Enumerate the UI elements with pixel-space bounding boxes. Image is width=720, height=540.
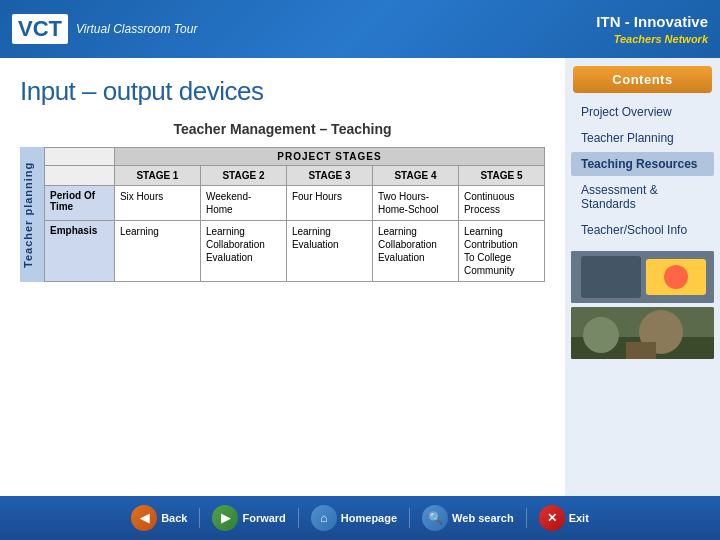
cell-emphasis-5: LearningContributionTo CollegeCommunity: [458, 221, 544, 282]
cell-period-5: ContinuousProcess: [458, 186, 544, 221]
stage-4-header: STAGE 4: [372, 166, 458, 186]
logo-area: VCT Virtual Classroom Tour: [12, 14, 197, 44]
forward-icon: ▶: [212, 505, 238, 531]
web-search-label: Web search: [452, 512, 514, 524]
exit-button[interactable]: ✕ Exit: [539, 505, 589, 531]
cell-period-4: Two Hours-Home-School: [372, 186, 458, 221]
sidebar-image-1: [571, 251, 714, 303]
sidebar-item-teaching-resources[interactable]: Teaching Resources: [571, 152, 714, 176]
row-emphasis: Emphasis Learning LearningCollaborationE…: [45, 221, 545, 282]
cell-period-2: Weekend-Home: [200, 186, 286, 221]
stage-2-header: STAGE 2: [200, 166, 286, 186]
homepage-button[interactable]: ⌂ Homepage: [311, 505, 397, 531]
stage-5-header: STAGE 5: [458, 166, 544, 186]
back-icon: ◀: [131, 505, 157, 531]
row-period: Period OfTime Six Hours Weekend-Home Fou…: [45, 186, 545, 221]
itn-logo: ITN - Innovative Teachers Network: [596, 11, 708, 47]
vct-logo: VCT: [12, 14, 68, 44]
cell-emphasis-1: Learning: [114, 221, 200, 282]
content-area: Input – output devices Teacher Managemen…: [0, 58, 565, 496]
web-search-button[interactable]: 🔍 Web search: [422, 505, 514, 531]
cell-emphasis-2: LearningCollaborationEvaluation: [200, 221, 286, 282]
cell-period-3: Four Hours: [286, 186, 372, 221]
stage-3-header: STAGE 3: [286, 166, 372, 186]
page-title: Input – output devices: [20, 76, 545, 107]
back-label: Back: [161, 512, 187, 524]
svg-rect-8: [626, 342, 656, 359]
header: VCT Virtual Classroom Tour ITN - Innovat…: [0, 0, 720, 58]
homepage-label: Homepage: [341, 512, 397, 524]
cell-period-1: Six Hours: [114, 186, 200, 221]
sidebar-item-assessment[interactable]: Assessment & Standards: [571, 178, 714, 216]
row-label-emphasis: Emphasis: [45, 221, 115, 282]
cell-emphasis-3: LearningEvaluation: [286, 221, 372, 282]
sidebar-item-project-overview[interactable]: Project Overview: [571, 100, 714, 124]
footer: ◀ Back ▶ Forward ⌂ Homepage 🔍 Web search…: [0, 496, 720, 540]
project-stages-table: PROJECT STAGES STAGE 1 STAGE 2 STAGE 3 S…: [44, 147, 545, 282]
cell-emphasis-4: LearningCollaborationEvaluation: [372, 221, 458, 282]
forward-label: Forward: [242, 512, 285, 524]
footer-sep-1: [199, 508, 200, 528]
contents-button[interactable]: Contents: [573, 66, 712, 93]
vertical-label: Teacher planning: [20, 147, 44, 282]
svg-point-6: [583, 317, 619, 353]
table-corner-2: [45, 166, 115, 186]
svg-point-3: [664, 265, 688, 289]
forward-button[interactable]: ▶ Forward: [212, 505, 285, 531]
web-search-icon: 🔍: [422, 505, 448, 531]
sidebar-item-teacher-planning[interactable]: Teacher Planning: [571, 126, 714, 150]
footer-sep-4: [526, 508, 527, 528]
table-wrapper: Teacher planning PROJECT STAGES STAGE 1 …: [20, 147, 545, 282]
project-stages-header: PROJECT STAGES: [114, 148, 544, 166]
sidebar-image-2: [571, 307, 714, 359]
back-button[interactable]: ◀ Back: [131, 505, 187, 531]
svg-rect-1: [581, 256, 641, 298]
footer-sep-2: [298, 508, 299, 528]
stage-1-header: STAGE 1: [114, 166, 200, 186]
sidebar-images: [565, 251, 720, 359]
vct-subtitle: Virtual Classroom Tour: [76, 22, 197, 36]
table-corner: [45, 148, 115, 166]
section-heading: Teacher Management – Teaching: [20, 121, 545, 137]
sidebar: Contents Project Overview Teacher Planni…: [565, 58, 720, 496]
exit-icon: ✕: [539, 505, 565, 531]
home-icon: ⌂: [311, 505, 337, 531]
main-area: Input – output devices Teacher Managemen…: [0, 58, 720, 496]
exit-label: Exit: [569, 512, 589, 524]
row-label-period: Period OfTime: [45, 186, 115, 221]
sidebar-item-teacher-school[interactable]: Teacher/School Info: [571, 218, 714, 242]
footer-sep-3: [409, 508, 410, 528]
